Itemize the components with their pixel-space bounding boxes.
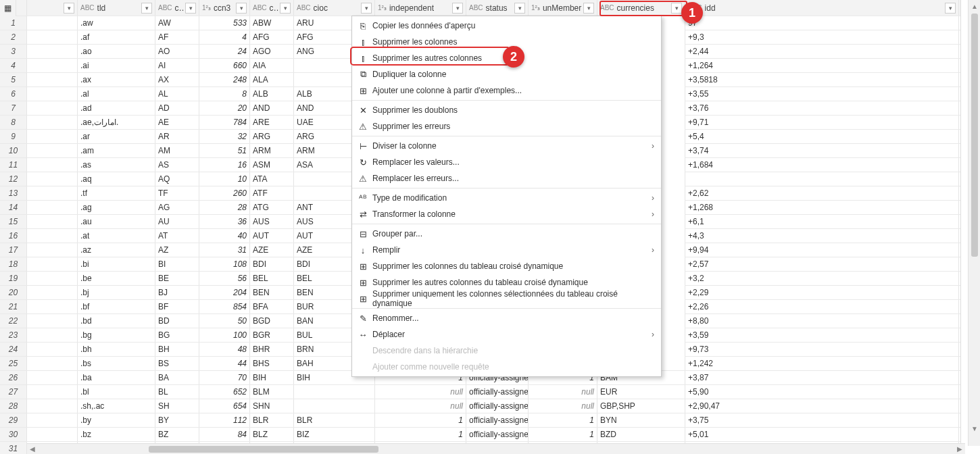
column-currencies[interactable]: ABCcurrencies▾ bbox=[597, 0, 685, 16]
menu-label: Remplacer les erreurs... bbox=[370, 174, 654, 183]
menu-item[interactable]: ⊢Diviser la colonne› bbox=[352, 138, 661, 154]
menu-label: Remplacer les valeurs... bbox=[370, 157, 654, 167]
menu-item[interactable]: ⊞Supprimer les colonnes du tableau crois… bbox=[352, 258, 661, 274]
dropdown-icon[interactable]: ▾ bbox=[671, 3, 682, 14]
column-unMember[interactable]: 1²₃unMember▾ bbox=[529, 0, 597, 16]
row-number: 29 bbox=[0, 413, 27, 427]
row-number: 26 bbox=[0, 371, 27, 384]
menu-label: Supprimer les autres colonnes du tableau… bbox=[370, 278, 654, 287]
table-row[interactable]: 27.blBL652BLMnullofficially-assignednull… bbox=[0, 385, 960, 399]
scroll-up-icon[interactable]: ▲ bbox=[969, 0, 980, 12]
scroll-down-icon[interactable]: ▼ bbox=[969, 422, 980, 434]
column-blank[interactable]: ▾ bbox=[27, 0, 78, 16]
menu-icon: ✎ bbox=[356, 313, 370, 324]
menu-label: Supprimer les colonnes du tableau croisé… bbox=[370, 261, 654, 271]
menu-icon: ᴬᴮ bbox=[356, 193, 370, 203]
menu-label: Supprimer les doublons bbox=[370, 105, 654, 115]
menu-item[interactable]: ↓Remplir› bbox=[352, 242, 661, 258]
menu-item[interactable]: ↻Remplacer les valeurs... bbox=[352, 154, 661, 170]
menu-icon: ↻ bbox=[356, 157, 370, 168]
row-number: 11 bbox=[0, 158, 27, 172]
menu-icon: ⊞ bbox=[356, 294, 370, 304]
menu-item[interactable]: ↔Déplacer› bbox=[352, 326, 661, 343]
row-number: 1 bbox=[0, 16, 27, 30]
row-number: 22 bbox=[0, 314, 27, 328]
column-independent[interactable]: 1²₃independent▾ bbox=[375, 0, 466, 16]
table-row[interactable]: 29.byBY112BLRBLR1officially-assigned1BYN… bbox=[0, 413, 960, 428]
menu-item[interactable]: ⊞Ajouter une colonne à partir d'exemples… bbox=[352, 82, 661, 99]
dropdown-icon[interactable]: ▾ bbox=[280, 3, 291, 14]
menu-label: Supprimer uniquement les colonnes sélect… bbox=[370, 289, 654, 308]
scroll-left-icon[interactable]: ◀ bbox=[27, 444, 38, 455]
horizontal-scrollbar[interactable]: ◀ ▶ bbox=[27, 443, 965, 454]
column-cca3[interactable]: ABCcca3▾ bbox=[250, 0, 294, 16]
menu-label: Supprimer les erreurs bbox=[370, 122, 654, 131]
table-row[interactable]: 30.bzBZ84BLZBIZ1officially-assigned1BZD+… bbox=[0, 428, 960, 442]
menu-icon: ⊞ bbox=[356, 261, 370, 272]
dropdown-icon[interactable]: ▾ bbox=[236, 3, 247, 14]
menu-item[interactable]: ⎘Copier les données d'aperçu bbox=[352, 18, 661, 34]
row-number: 15 bbox=[0, 215, 27, 228]
submenu-arrow-icon: › bbox=[652, 141, 654, 151]
menu-item[interactable]: ⇄Transformer la colonne› bbox=[352, 206, 661, 222]
menu-label: Diviser la colonne bbox=[370, 141, 652, 151]
menu-label: Ajouter une colonne à partir d'exemples.… bbox=[370, 86, 654, 95]
menu-label: Grouper par... bbox=[370, 229, 654, 238]
column-idd[interactable]: ABCidd▾ bbox=[685, 0, 959, 16]
vertical-scrollbar[interactable]: ▲ ▼ bbox=[968, 0, 980, 446]
menu-item[interactable]: ✕Supprimer les doublons bbox=[352, 102, 661, 118]
row-number: 10 bbox=[0, 144, 27, 157]
menu-label: Dupliquer la colonne bbox=[370, 70, 654, 79]
menu-icon: ⇄ bbox=[356, 209, 370, 220]
scroll-right-icon[interactable]: ▶ bbox=[954, 444, 965, 455]
dropdown-icon[interactable]: ▾ bbox=[514, 3, 525, 14]
submenu-arrow-icon: › bbox=[652, 193, 654, 203]
menu-item[interactable]: ⊞Supprimer uniquement les colonnes sélec… bbox=[352, 291, 661, 307]
table-row[interactable]: 28.sh,.acSH654SHNnullofficially-assigned… bbox=[0, 399, 960, 413]
menu-item[interactable]: ᴬᴮType de modification› bbox=[352, 190, 661, 206]
menu-icon: ✕ bbox=[356, 105, 370, 116]
dropdown-icon[interactable]: ▾ bbox=[452, 3, 463, 14]
dropdown-icon[interactable]: ▾ bbox=[185, 3, 196, 14]
table-icon[interactable]: ▦ bbox=[0, 0, 16, 16]
column-tld[interactable]: ABCtld▾ bbox=[78, 0, 155, 16]
scroll-thumb[interactable] bbox=[971, 14, 978, 257]
menu-icon: ⚠ bbox=[356, 174, 370, 184]
menu-item[interactable]: ⚠Remplacer les erreurs... bbox=[352, 170, 661, 186]
submenu-arrow-icon: › bbox=[652, 209, 654, 219]
scroll-thumb[interactable] bbox=[149, 446, 378, 453]
menu-icon: ⎘ bbox=[356, 21, 370, 31]
dropdown-icon[interactable]: ▾ bbox=[64, 3, 74, 14]
menu-label: Ajouter comme nouvelle requête bbox=[370, 362, 654, 372]
column-status[interactable]: ABCstatus▾ bbox=[466, 0, 529, 16]
row-number: 7 bbox=[0, 101, 27, 115]
row-number: 13 bbox=[0, 186, 27, 200]
row-number: 20 bbox=[0, 286, 27, 299]
menu-item[interactable]: ⊟Grouper par... bbox=[352, 226, 661, 242]
menu-item[interactable]: ✎Renommer... bbox=[352, 310, 661, 326]
submenu-arrow-icon: › bbox=[652, 245, 654, 255]
dropdown-icon[interactable]: ▾ bbox=[141, 3, 152, 14]
dropdown-icon[interactable]: ▾ bbox=[361, 3, 372, 14]
column-ccn3[interactable]: 1²₃ccn3▾ bbox=[199, 0, 250, 16]
menu-item: Ajouter comme nouvelle requête bbox=[352, 359, 661, 375]
annotation-badge-1: 1 bbox=[681, 2, 703, 24]
menu-icon: ⊢ bbox=[356, 141, 370, 151]
column-cioc[interactable]: ABCcioc▾ bbox=[294, 0, 375, 16]
row-number: 19 bbox=[0, 272, 27, 285]
row-number: 6 bbox=[0, 87, 27, 101]
menu-item[interactable]: ⊞Supprimer les autres colonnes du tablea… bbox=[352, 274, 661, 291]
dropdown-icon[interactable]: ▾ bbox=[945, 3, 956, 14]
row-number: 5 bbox=[0, 73, 27, 86]
menu-item[interactable]: ⧉Dupliquer la colonne bbox=[352, 66, 661, 82]
column-context-menu: ⎘Copier les données d'aperçu⫿Supprimer l… bbox=[351, 16, 662, 377]
dropdown-icon[interactable]: ▾ bbox=[583, 3, 594, 14]
row-number: 12 bbox=[0, 172, 27, 186]
column-cca2[interactable]: ABCcca2▾ bbox=[155, 0, 199, 16]
row-number: 31 bbox=[0, 442, 27, 454]
menu-icon: ⊞ bbox=[356, 86, 370, 96]
menu-icon: ⫿ bbox=[356, 53, 370, 64]
menu-item[interactable]: ⚠Supprimer les erreurs bbox=[352, 118, 661, 134]
menu-item: Descendre dans la hiérarchie bbox=[352, 343, 661, 359]
row-number: 25 bbox=[0, 357, 27, 370]
